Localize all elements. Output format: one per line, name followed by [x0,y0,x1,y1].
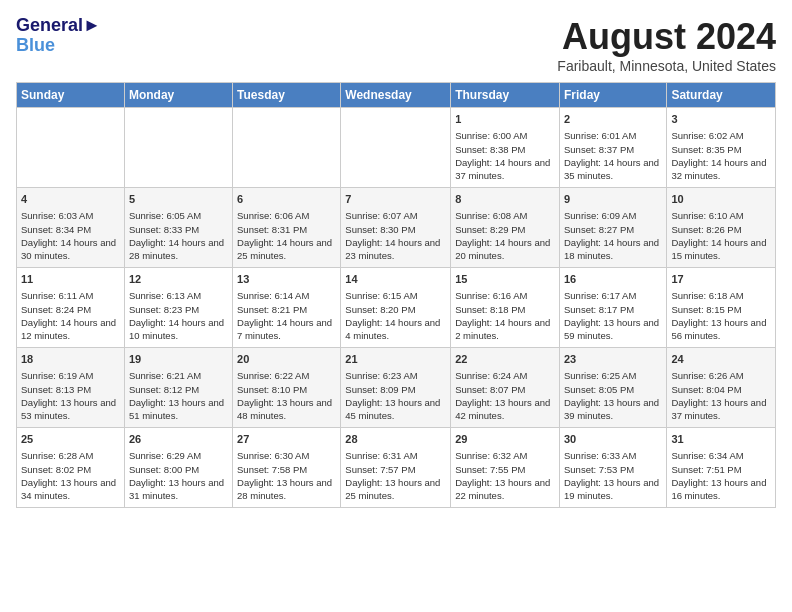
day-info: Sunrise: 6:29 AM Sunset: 8:00 PM Dayligh… [129,449,228,502]
day-number: 16 [564,272,662,287]
day-number: 20 [237,352,336,367]
day-cell: 5Sunrise: 6:05 AM Sunset: 8:33 PM Daylig… [124,188,232,268]
day-cell: 25Sunrise: 6:28 AM Sunset: 8:02 PM Dayli… [17,428,125,508]
day-number: 1 [455,112,555,127]
day-cell: 29Sunrise: 6:32 AM Sunset: 7:55 PM Dayli… [451,428,560,508]
day-cell: 13Sunrise: 6:14 AM Sunset: 8:21 PM Dayli… [233,268,341,348]
day-cell: 10Sunrise: 6:10 AM Sunset: 8:26 PM Dayli… [667,188,776,268]
day-cell: 23Sunrise: 6:25 AM Sunset: 8:05 PM Dayli… [559,348,666,428]
day-info: Sunrise: 6:00 AM Sunset: 8:38 PM Dayligh… [455,129,555,182]
day-cell: 11Sunrise: 6:11 AM Sunset: 8:24 PM Dayli… [17,268,125,348]
day-number: 2 [564,112,662,127]
day-info: Sunrise: 6:21 AM Sunset: 8:12 PM Dayligh… [129,369,228,422]
day-info: Sunrise: 6:13 AM Sunset: 8:23 PM Dayligh… [129,289,228,342]
day-cell: 21Sunrise: 6:23 AM Sunset: 8:09 PM Dayli… [341,348,451,428]
day-info: Sunrise: 6:19 AM Sunset: 8:13 PM Dayligh… [21,369,120,422]
day-cell: 2Sunrise: 6:01 AM Sunset: 8:37 PM Daylig… [559,108,666,188]
day-header-sunday: Sunday [17,83,125,108]
day-cell: 20Sunrise: 6:22 AM Sunset: 8:10 PM Dayli… [233,348,341,428]
day-number: 21 [345,352,446,367]
day-info: Sunrise: 6:23 AM Sunset: 8:09 PM Dayligh… [345,369,446,422]
day-info: Sunrise: 6:18 AM Sunset: 8:15 PM Dayligh… [671,289,771,342]
day-info: Sunrise: 6:01 AM Sunset: 8:37 PM Dayligh… [564,129,662,182]
day-number: 25 [21,432,120,447]
day-number: 23 [564,352,662,367]
page-header: General► Blue August 2024 Faribault, Min… [16,16,776,74]
day-cell: 26Sunrise: 6:29 AM Sunset: 8:00 PM Dayli… [124,428,232,508]
day-cell: 31Sunrise: 6:34 AM Sunset: 7:51 PM Dayli… [667,428,776,508]
logo: General► Blue [16,16,101,56]
day-info: Sunrise: 6:15 AM Sunset: 8:20 PM Dayligh… [345,289,446,342]
day-info: Sunrise: 6:34 AM Sunset: 7:51 PM Dayligh… [671,449,771,502]
day-number: 4 [21,192,120,207]
logo-text: General► [16,16,101,36]
day-cell: 7Sunrise: 6:07 AM Sunset: 8:30 PM Daylig… [341,188,451,268]
day-number: 19 [129,352,228,367]
day-info: Sunrise: 6:03 AM Sunset: 8:34 PM Dayligh… [21,209,120,262]
day-info: Sunrise: 6:32 AM Sunset: 7:55 PM Dayligh… [455,449,555,502]
header-row: SundayMondayTuesdayWednesdayThursdayFrid… [17,83,776,108]
week-row-2: 4Sunrise: 6:03 AM Sunset: 8:34 PM Daylig… [17,188,776,268]
day-info: Sunrise: 6:16 AM Sunset: 8:18 PM Dayligh… [455,289,555,342]
day-info: Sunrise: 6:06 AM Sunset: 8:31 PM Dayligh… [237,209,336,262]
day-number: 11 [21,272,120,287]
day-info: Sunrise: 6:26 AM Sunset: 8:04 PM Dayligh… [671,369,771,422]
day-cell: 30Sunrise: 6:33 AM Sunset: 7:53 PM Dayli… [559,428,666,508]
day-number: 6 [237,192,336,207]
day-number: 9 [564,192,662,207]
day-cell: 4Sunrise: 6:03 AM Sunset: 8:34 PM Daylig… [17,188,125,268]
day-number: 28 [345,432,446,447]
day-cell: 1Sunrise: 6:00 AM Sunset: 8:38 PM Daylig… [451,108,560,188]
logo-blue: Blue [16,36,55,56]
week-row-5: 25Sunrise: 6:28 AM Sunset: 8:02 PM Dayli… [17,428,776,508]
day-info: Sunrise: 6:17 AM Sunset: 8:17 PM Dayligh… [564,289,662,342]
location: Faribault, Minnesota, United States [557,58,776,74]
day-cell: 14Sunrise: 6:15 AM Sunset: 8:20 PM Dayli… [341,268,451,348]
day-number: 3 [671,112,771,127]
day-info: Sunrise: 6:24 AM Sunset: 8:07 PM Dayligh… [455,369,555,422]
day-header-friday: Friday [559,83,666,108]
day-info: Sunrise: 6:14 AM Sunset: 8:21 PM Dayligh… [237,289,336,342]
day-number: 24 [671,352,771,367]
day-cell: 27Sunrise: 6:30 AM Sunset: 7:58 PM Dayli… [233,428,341,508]
week-row-3: 11Sunrise: 6:11 AM Sunset: 8:24 PM Dayli… [17,268,776,348]
day-number: 15 [455,272,555,287]
day-cell: 9Sunrise: 6:09 AM Sunset: 8:27 PM Daylig… [559,188,666,268]
day-cell: 8Sunrise: 6:08 AM Sunset: 8:29 PM Daylig… [451,188,560,268]
day-info: Sunrise: 6:02 AM Sunset: 8:35 PM Dayligh… [671,129,771,182]
day-info: Sunrise: 6:25 AM Sunset: 8:05 PM Dayligh… [564,369,662,422]
calendar-table: SundayMondayTuesdayWednesdayThursdayFrid… [16,82,776,508]
day-info: Sunrise: 6:30 AM Sunset: 7:58 PM Dayligh… [237,449,336,502]
day-cell: 16Sunrise: 6:17 AM Sunset: 8:17 PM Dayli… [559,268,666,348]
day-header-monday: Monday [124,83,232,108]
day-number: 18 [21,352,120,367]
day-cell: 22Sunrise: 6:24 AM Sunset: 8:07 PM Dayli… [451,348,560,428]
day-header-thursday: Thursday [451,83,560,108]
day-info: Sunrise: 6:33 AM Sunset: 7:53 PM Dayligh… [564,449,662,502]
day-number: 14 [345,272,446,287]
day-number: 13 [237,272,336,287]
day-cell: 17Sunrise: 6:18 AM Sunset: 8:15 PM Dayli… [667,268,776,348]
day-cell [17,108,125,188]
day-info: Sunrise: 6:28 AM Sunset: 8:02 PM Dayligh… [21,449,120,502]
day-cell: 19Sunrise: 6:21 AM Sunset: 8:12 PM Dayli… [124,348,232,428]
day-number: 8 [455,192,555,207]
day-number: 31 [671,432,771,447]
day-header-wednesday: Wednesday [341,83,451,108]
week-row-4: 18Sunrise: 6:19 AM Sunset: 8:13 PM Dayli… [17,348,776,428]
day-number: 12 [129,272,228,287]
day-number: 22 [455,352,555,367]
day-cell: 15Sunrise: 6:16 AM Sunset: 8:18 PM Dayli… [451,268,560,348]
day-number: 5 [129,192,228,207]
day-number: 26 [129,432,228,447]
day-cell: 24Sunrise: 6:26 AM Sunset: 8:04 PM Dayli… [667,348,776,428]
day-number: 27 [237,432,336,447]
day-info: Sunrise: 6:08 AM Sunset: 8:29 PM Dayligh… [455,209,555,262]
day-cell: 12Sunrise: 6:13 AM Sunset: 8:23 PM Dayli… [124,268,232,348]
week-row-1: 1Sunrise: 6:00 AM Sunset: 8:38 PM Daylig… [17,108,776,188]
day-info: Sunrise: 6:22 AM Sunset: 8:10 PM Dayligh… [237,369,336,422]
day-number: 7 [345,192,446,207]
day-cell [233,108,341,188]
day-number: 29 [455,432,555,447]
day-cell [341,108,451,188]
